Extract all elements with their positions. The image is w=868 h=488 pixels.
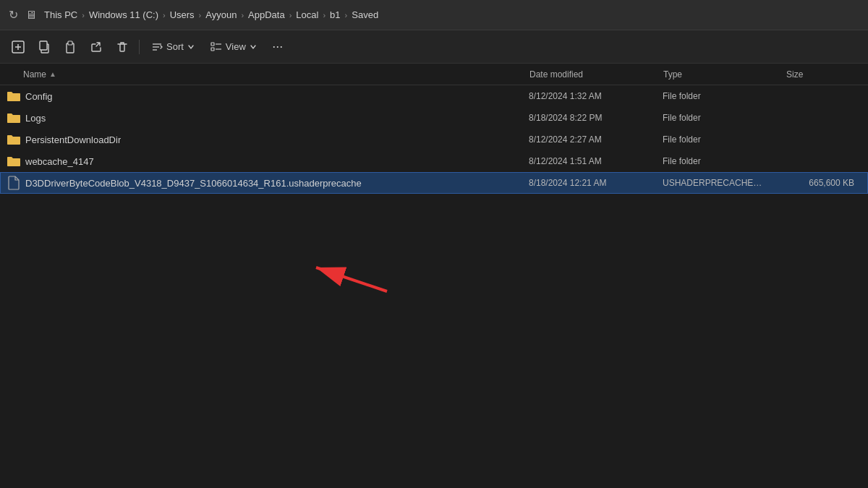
file-name: Logs: [25, 113, 46, 124]
col-header-name[interactable]: Name ▲: [6, 69, 529, 80]
breadcrumb-ayyoun[interactable]: Ayyoun: [203, 8, 239, 22]
svg-line-15: [316, 267, 387, 291]
toolbar-separator-1: [139, 40, 140, 54]
sep-1: ›: [163, 11, 166, 20]
sep-5: ›: [323, 11, 326, 20]
more-icon: ···: [272, 39, 283, 54]
share-button[interactable]: [84, 35, 109, 59]
sep-2: ›: [199, 11, 202, 20]
file-name: webcache_4147: [25, 156, 94, 167]
view-label: View: [226, 41, 246, 52]
name-sort-arrow: ▲: [49, 70, 56, 78]
table-row[interactable]: PersistentDownloadDir8/12/2024 2:27 AMFi…: [0, 129, 868, 150]
breadcrumb-users[interactable]: Users: [167, 8, 197, 22]
breadcrumb-drive[interactable]: Windows 11 (C:): [86, 8, 161, 22]
view-chevron-icon: [250, 43, 257, 51]
svg-rect-6: [68, 41, 72, 45]
delete-button[interactable]: [110, 35, 135, 59]
file-explorer-main: Name ▲ Date modified Type Size Config8/1…: [0, 64, 868, 194]
col-header-date[interactable]: Date modified: [529, 69, 663, 80]
svg-rect-11: [211, 48, 214, 51]
more-options-button[interactable]: ···: [265, 35, 290, 59]
table-row[interactable]: Logs8/18/2024 8:22 PMFile folder: [0, 107, 868, 129]
file-date: 8/18/2024 8:22 PM: [529, 113, 663, 123]
sep-3: ›: [241, 11, 244, 20]
monitor-icon: 🖥: [25, 9, 37, 22]
folder-icon: [7, 111, 21, 125]
breadcrumb-local[interactable]: Local: [293, 8, 321, 22]
file-date: 8/12/2024 1:32 AM: [529, 91, 663, 101]
folder-icon: [7, 89, 21, 103]
sep-4: ›: [289, 11, 292, 20]
breadcrumb-appdata[interactable]: AppData: [245, 8, 288, 22]
address-bar: ↻ 🖥 This PC › Windows 11 (C:) › Users › …: [0, 0, 868, 30]
file-name: Config: [25, 91, 53, 102]
breadcrumb-saved[interactable]: Saved: [349, 8, 381, 22]
file-name: D3DDriverByteCodeBlob_V4318_D9437_S10660…: [25, 178, 362, 189]
column-headers: Name ▲ Date modified Type Size: [0, 64, 868, 85]
breadcrumb-thispc[interactable]: This PC: [41, 8, 80, 22]
copy-button[interactable]: [32, 35, 56, 59]
col-header-type[interactable]: Type: [663, 69, 786, 80]
sort-chevron-icon: [187, 43, 195, 51]
file-type: File folder: [663, 91, 786, 101]
sep-6: ›: [345, 11, 348, 20]
svg-rect-4: [40, 41, 47, 50]
sort-label: Sort: [166, 41, 184, 52]
file-list: Config8/12/2024 1:32 AMFile folder Logs8…: [0, 85, 868, 194]
file-type: File folder: [663, 156, 786, 166]
svg-rect-10: [211, 43, 214, 46]
file-icon: [7, 176, 21, 190]
file-type: File folder: [663, 113, 786, 123]
toolbar: Sort View ···: [0, 30, 868, 64]
breadcrumb-b1[interactable]: b1: [327, 8, 343, 22]
folder-icon: [7, 132, 21, 147]
table-row[interactable]: Config8/12/2024 1:32 AMFile folder: [0, 85, 868, 107]
new-item-button[interactable]: [6, 35, 30, 59]
sort-button[interactable]: Sort: [144, 35, 202, 59]
refresh-icon[interactable]: ↻: [9, 8, 18, 22]
folder-icon: [7, 154, 21, 168]
file-size: 665,600 KB: [786, 178, 861, 188]
col-header-size[interactable]: Size: [786, 69, 862, 80]
file-type: USHADERPRECACHE…: [663, 178, 786, 188]
file-date: 8/12/2024 1:51 AM: [529, 156, 663, 166]
file-date: 8/12/2024 2:27 AM: [529, 134, 663, 145]
table-row[interactable]: D3DDriverByteCodeBlob_V4318_D9437_S10660…: [0, 172, 868, 194]
file-type: File folder: [663, 134, 786, 145]
view-button[interactable]: View: [203, 35, 264, 59]
file-name: PersistentDownloadDir: [25, 134, 121, 145]
table-row[interactable]: webcache_41478/12/2024 1:51 AMFile folde…: [0, 150, 868, 172]
sep-0: ›: [82, 11, 85, 20]
file-date: 8/18/2024 12:21 AM: [529, 178, 663, 188]
clipboard-button[interactable]: [58, 35, 82, 59]
